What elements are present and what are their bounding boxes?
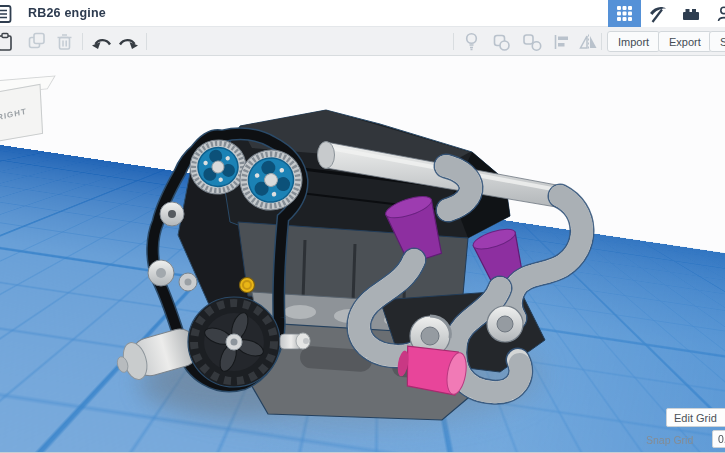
send-to-button[interactable]: Send To [709,31,725,52]
brick-icon [682,6,700,21]
toolbar-separator [601,33,602,50]
snap-grid-label: Snap Grid [646,434,693,446]
redo-icon[interactable] [117,35,139,51]
group-icon[interactable] [493,34,511,51]
export-button[interactable]: Export [658,31,712,52]
titlebar: RB26 engine [0,0,725,27]
snap-grid-value: 0.25 [718,433,725,445]
viewcube-label: RIGHT [0,106,27,122]
delete-icon[interactable] [56,32,73,51]
person-icon [716,5,725,22]
pickaxe-icon [648,5,667,23]
snap-grid-dropdown[interactable]: 0.25 [712,430,725,448]
duplicate-icon[interactable] [28,32,46,50]
paste-icon[interactable] [0,32,13,51]
brick-view-button[interactable] [674,0,707,27]
document-title[interactable]: RB26 engine [28,6,106,20]
ungroup-icon[interactable] [523,34,542,51]
view-switcher [608,0,725,27]
crank-pulley-fan[interactable] [188,297,280,387]
align-icon[interactable] [553,34,570,50]
edit-grid-button[interactable]: Edit Grid [666,408,725,427]
designs-menu-icon[interactable] [0,4,13,24]
flip-icon[interactable] [579,34,598,50]
engine-model[interactable] [0,0,725,453]
block-view-button[interactable] [641,0,674,27]
tinkercad-app: RIGHT Edit Grid Snap Grid 0.25 [0,0,725,453]
crank-shaft[interactable] [280,333,310,349]
oil-cap[interactable] [240,278,255,293]
toolbar-separator [146,33,147,50]
toolbar: Import Export Send To [0,27,725,56]
profile-button[interactable] [707,0,725,27]
3d-view-button[interactable] [608,0,641,27]
show-all-icon[interactable] [463,32,480,51]
import-button[interactable]: Import [607,31,660,52]
turbocharger-right[interactable] [487,306,523,342]
grid-icon [617,6,632,21]
toolbar-separator [453,33,454,50]
undo-icon[interactable] [91,35,113,51]
toolbar-separator [82,33,83,50]
